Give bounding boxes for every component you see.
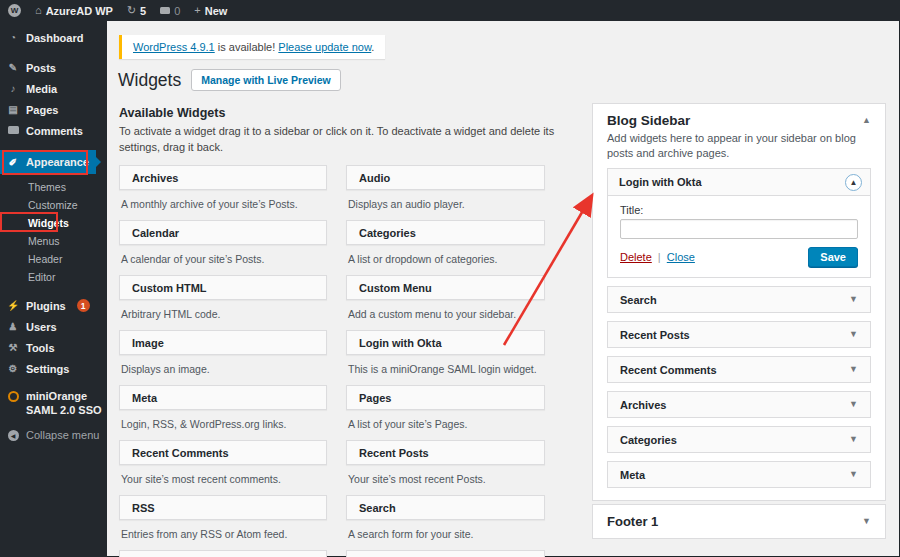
chevron-down-icon[interactable]: ▼ bbox=[849, 330, 858, 339]
widget-card-audio[interactable]: Audio bbox=[346, 165, 545, 190]
subitem-label: Header bbox=[28, 253, 62, 265]
menu-separator bbox=[0, 379, 107, 388]
manage-live-preview-button[interactable]: Manage with Live Preview bbox=[191, 69, 341, 91]
sidebar-item-plugins[interactable]: ⚡ Plugins 1 bbox=[0, 295, 107, 316]
chevron-down-icon[interactable]: ▼ bbox=[849, 400, 858, 409]
expanded-widget-header[interactable]: Login with Okta ▲ bbox=[608, 169, 870, 196]
sidebar-item-users[interactable]: ♟ Users bbox=[0, 316, 107, 337]
sidebar-item-appearance[interactable]: ✐ Appearance bbox=[0, 150, 96, 174]
widget-card-description: A calendar of your site’s Posts. bbox=[121, 253, 327, 265]
widget-card-custom-html[interactable]: Custom HTML bbox=[119, 275, 327, 300]
sidebar-item-miniorange-saml[interactable]: miniOrange SAML 2.0 SSO bbox=[0, 388, 107, 418]
widget-card-image[interactable]: Image bbox=[119, 330, 327, 355]
sidebar-item-pages[interactable]: ▤ Pages bbox=[0, 99, 107, 120]
chevron-up-icon: ▲ bbox=[850, 178, 858, 187]
widget-card-pages[interactable]: Pages bbox=[346, 385, 545, 410]
collapse-arrow-icon: ◀ bbox=[7, 429, 19, 441]
sidebar-item-comments[interactable]: Comments bbox=[0, 120, 107, 141]
page-title-row: Widgets Manage with Live Preview bbox=[118, 69, 341, 91]
update-now-link[interactable]: Please update now bbox=[278, 41, 371, 53]
chevron-down-icon[interactable]: ▼ bbox=[849, 295, 858, 304]
sidebar-widget-recent-posts[interactable]: Recent Posts ▼ bbox=[607, 321, 871, 348]
widget-card-recent-comments[interactable]: Recent Comments bbox=[119, 440, 327, 465]
widget-card-rss[interactable]: RSS bbox=[119, 495, 327, 520]
widget-card-description: A list or dropdown of categories. bbox=[348, 253, 545, 265]
wordpress-version-link[interactable]: WordPress 4.9.1 bbox=[133, 41, 215, 53]
widget-card-title: Meta bbox=[132, 392, 157, 404]
comment-bubble-icon bbox=[160, 7, 170, 14]
widget-card-archives[interactable]: Archives bbox=[119, 165, 327, 190]
widget-card-description: This is a miniOrange SAML login widget. bbox=[348, 363, 545, 375]
footer-1-panel[interactable]: Footer 1 ▼ bbox=[592, 504, 886, 539]
updates-indicator[interactable]: ↻ 5 bbox=[127, 5, 146, 17]
widget-title-field-label: Title: bbox=[620, 204, 858, 216]
widget-card-search[interactable]: Search bbox=[346, 495, 545, 520]
widget-card-title: Recent Comments bbox=[132, 447, 229, 459]
site-name-menu[interactable]: ⌂ AzureAD WP bbox=[35, 5, 113, 17]
widget-title-input[interactable] bbox=[620, 219, 858, 239]
sidebar-widget-recent-comments[interactable]: Recent Comments ▼ bbox=[607, 356, 871, 383]
widget-card-description: A monthly archive of your site’s Posts. bbox=[121, 198, 327, 210]
panel-collapse-icon[interactable]: ▲ bbox=[862, 116, 871, 125]
chevron-down-icon[interactable]: ▼ bbox=[849, 365, 858, 374]
sidebar-subitem-customize[interactable]: Customize bbox=[0, 196, 107, 214]
close-widget-link[interactable]: Close bbox=[667, 251, 695, 263]
widget-card-calendar[interactable]: Calendar bbox=[119, 220, 327, 245]
widget-card-partial[interactable] bbox=[119, 550, 327, 557]
widget-card-description: Your site’s most recent comments. bbox=[121, 473, 327, 485]
sidebar-widget-title: Categories bbox=[620, 434, 677, 446]
sidebar-item-tools[interactable]: ⚒ Tools bbox=[0, 337, 107, 358]
sidebar-widget-archives[interactable]: Archives ▼ bbox=[607, 391, 871, 418]
dashboard-icon: ◔ bbox=[7, 32, 19, 43]
widget-card-partial[interactable] bbox=[346, 550, 545, 557]
sidebar-subitem-menus[interactable]: Menus bbox=[0, 232, 107, 250]
sidebar-item-label: Settings bbox=[26, 363, 69, 375]
sidebar-item-media[interactable]: ♪ Media bbox=[0, 78, 107, 99]
sidebar-widget-title: Recent Comments bbox=[620, 364, 717, 376]
comment-count: 0 bbox=[174, 5, 180, 17]
widget-collapse-toggle[interactable]: ▲ bbox=[845, 174, 862, 191]
sidebar-item-posts[interactable]: ✎ Posts bbox=[0, 57, 107, 78]
link-separator: | bbox=[658, 251, 661, 263]
sidebar-subitem-header[interactable]: Header bbox=[0, 250, 107, 268]
sidebar-item-dashboard[interactable]: ◔ Dashboard bbox=[0, 27, 107, 48]
widget-card-categories[interactable]: Categories bbox=[346, 220, 545, 245]
widget-card-title: Custom HTML bbox=[132, 282, 207, 294]
chevron-down-icon[interactable]: ▼ bbox=[849, 470, 858, 479]
sidebar-item-label: Appearance bbox=[26, 156, 89, 168]
posts-icon: ✎ bbox=[7, 62, 19, 73]
subitem-label: Editor bbox=[28, 271, 55, 283]
comments-indicator[interactable]: 0 bbox=[160, 5, 180, 17]
wordpress-logo-menu[interactable]: W bbox=[8, 4, 21, 17]
sidebar-item-label: Comments bbox=[26, 125, 83, 137]
site-name: AzureAD WP bbox=[46, 5, 113, 17]
widget-card-login-with-okta[interactable]: Login with Okta bbox=[346, 330, 545, 355]
new-content-menu[interactable]: + New bbox=[194, 5, 227, 17]
sidebar-widget-meta[interactable]: Meta ▼ bbox=[607, 461, 871, 488]
chevron-down-icon[interactable]: ▼ bbox=[862, 517, 871, 526]
plugins-icon: ⚡ bbox=[7, 300, 19, 311]
sidebar-widget-categories[interactable]: Categories ▼ bbox=[607, 426, 871, 453]
widget-card-recent-posts[interactable]: Recent Posts bbox=[346, 440, 545, 465]
widget-card-description: Login, RSS, & WordPress.org links. bbox=[121, 418, 327, 430]
chevron-down-icon[interactable]: ▼ bbox=[849, 435, 858, 444]
widget-card-meta[interactable]: Meta bbox=[119, 385, 327, 410]
sidebar-item-label: Posts bbox=[26, 62, 56, 74]
save-button[interactable]: Save bbox=[808, 247, 858, 267]
subitem-label: Menus bbox=[28, 235, 60, 247]
widget-card-custom-menu[interactable]: Custom Menu bbox=[346, 275, 545, 300]
sidebar-item-settings[interactable]: ⚙ Settings bbox=[0, 358, 107, 379]
plugins-update-badge: 1 bbox=[77, 299, 90, 312]
widget-card-description: Arbitrary HTML code. bbox=[121, 308, 327, 320]
page-title: Widgets bbox=[118, 70, 181, 91]
sidebar-item-collapse-menu[interactable]: ◀ Collapse menu bbox=[0, 424, 107, 445]
sidebar-item-label: Plugins bbox=[26, 300, 66, 312]
sidebar-subitem-editor[interactable]: Editor bbox=[0, 268, 107, 286]
sidebar-subitem-themes[interactable]: Themes bbox=[0, 178, 107, 196]
delete-widget-link[interactable]: Delete bbox=[620, 251, 652, 263]
sidebar-subitem-widgets[interactable]: Widgets bbox=[0, 214, 107, 232]
notice-text: is available! bbox=[215, 41, 279, 53]
blog-sidebar-title: Blog Sidebar bbox=[607, 113, 690, 128]
sidebar-widget-search[interactable]: Search ▼ bbox=[607, 286, 871, 313]
wordpress-admin-window: W ⌂ AzureAD WP ↻ 5 0 + New ◔ Dashboard ✎… bbox=[0, 0, 900, 557]
